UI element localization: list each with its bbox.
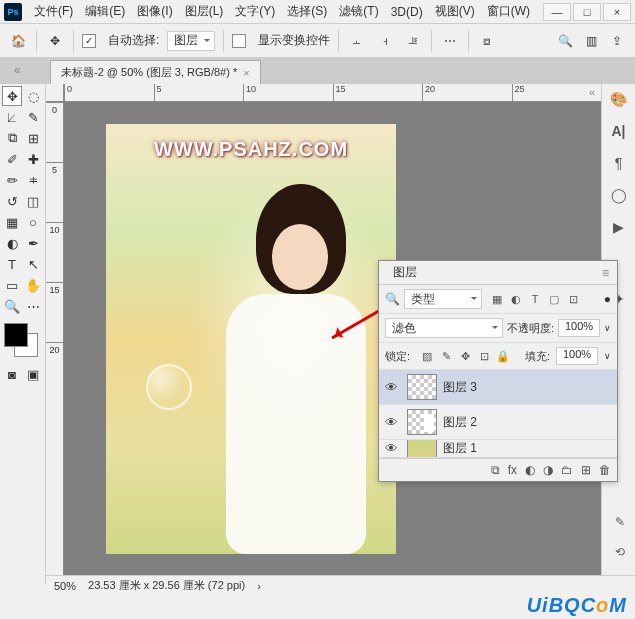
edit-toolbar[interactable]: ⋯ (23, 296, 43, 316)
close-tab-icon[interactable]: × (243, 67, 249, 79)
character-panel-icon[interactable]: A| (608, 120, 630, 142)
expand-panels-icon[interactable]: « (589, 86, 595, 98)
screen-mode-icon[interactable]: ▣ (23, 364, 43, 384)
filter-pixel-icon[interactable]: ▦ (490, 292, 504, 306)
new-group-icon[interactable]: 🗀 (561, 463, 573, 477)
layer-name-label[interactable]: 图层 2 (443, 414, 477, 431)
distribute-icon[interactable]: ⋯ (440, 31, 460, 51)
window-close-button[interactable]: × (603, 3, 631, 21)
lock-position-icon[interactable]: ✥ (458, 349, 472, 363)
crop-tool[interactable]: ⧉ (2, 128, 22, 148)
show-transform-checkbox[interactable] (232, 34, 246, 48)
delete-layer-icon[interactable]: 🗑 (599, 463, 611, 477)
menu-edit[interactable]: 编辑(E) (79, 1, 131, 22)
visibility-icon[interactable]: 👁 (385, 441, 401, 456)
layer-mask-icon[interactable]: ◐ (525, 463, 535, 477)
zoom-tool[interactable]: 🔍 (2, 296, 22, 316)
align-vcenter-icon[interactable]: ⫞ (375, 31, 395, 51)
filter-shape-icon[interactable]: ▢ (547, 292, 561, 306)
horizontal-ruler[interactable]: 0 5 10 15 20 25 (64, 84, 601, 102)
lock-artboard-icon[interactable]: ⊡ (477, 349, 491, 363)
layer-item[interactable]: 👁 图层 3 (379, 370, 617, 405)
menu-type[interactable]: 文字(Y) (229, 1, 281, 22)
align-top-icon[interactable]: ⫠ (347, 31, 367, 51)
color-swatches[interactable] (2, 323, 42, 363)
filter-search-icon[interactable]: 🔍 (385, 292, 400, 306)
lock-all-icon[interactable]: 🔒 (496, 349, 510, 363)
layer-name-label[interactable]: 图层 1 (443, 440, 477, 457)
foreground-color-swatch[interactable] (4, 323, 28, 347)
menu-view[interactable]: 视图(V) (429, 1, 481, 22)
window-minimize-button[interactable]: — (543, 3, 571, 21)
new-layer-icon[interactable]: ⊞ (581, 463, 591, 477)
shape-tool[interactable]: ▭ (2, 275, 22, 295)
menu-image[interactable]: 图像(I) (131, 1, 178, 22)
filter-type-icon[interactable]: T (528, 292, 542, 306)
menu-layer[interactable]: 图层(L) (179, 1, 230, 22)
quick-mask-icon[interactable]: ◙ (2, 364, 22, 384)
frame-tool[interactable]: ⊞ (23, 128, 43, 148)
auto-select-target-dropdown[interactable]: 图层 (167, 31, 215, 51)
pen-tool[interactable]: ✒ (23, 233, 43, 253)
type-tool[interactable]: T (2, 254, 22, 274)
visibility-icon[interactable]: 👁 (385, 415, 401, 430)
paragraph-panel-icon[interactable]: ¶ (608, 152, 630, 174)
color-panel-icon[interactable]: 🎨 (608, 88, 630, 110)
hand-tool[interactable]: ✋ (23, 275, 43, 295)
blend-mode-dropdown[interactable]: 滤色 (385, 318, 503, 338)
healing-tool[interactable]: ✚ (23, 149, 43, 169)
filter-smart-icon[interactable]: ⊡ (566, 292, 580, 306)
layer-item[interactable]: 👁 图层 2 (379, 405, 617, 440)
history-panel-icon[interactable]: ⟲ (609, 541, 631, 563)
brush-tool[interactable]: ✏ (2, 170, 22, 190)
lock-transparency-icon[interactable]: ▨ (420, 349, 434, 363)
tab-scroll-chevrons[interactable]: « (14, 63, 21, 77)
move-tool-icon[interactable]: ✥ (45, 31, 65, 51)
auto-select-checkbox[interactable] (82, 34, 96, 48)
move-tool[interactable]: ✥ (2, 86, 22, 106)
layer-fx-icon[interactable]: fx (508, 463, 517, 477)
marquee-tool[interactable]: ◌ (23, 86, 43, 106)
canvas-document[interactable]: WWW.PSAHZ.COM (106, 124, 396, 554)
eraser-tool[interactable]: ◫ (23, 191, 43, 211)
brush-settings-icon[interactable]: ✎ (609, 511, 631, 533)
layers-panel-tab[interactable]: 图层 (387, 260, 423, 285)
menu-window[interactable]: 窗口(W) (481, 1, 536, 22)
fill-input[interactable]: 100% (556, 347, 598, 365)
eyedropper-tool[interactable]: ✐ (2, 149, 22, 169)
filter-toggle-icon[interactable]: ● (604, 292, 611, 306)
lock-pixels-icon[interactable]: ✎ (439, 349, 453, 363)
quick-select-tool[interactable]: ✎ (23, 107, 43, 127)
align-bottom-icon[interactable]: ⫡ (403, 31, 423, 51)
workspace-icon[interactable]: ▥ (581, 31, 601, 51)
home-icon[interactable]: 🏠 (8, 31, 28, 51)
menu-file[interactable]: 文件(F) (28, 1, 79, 22)
document-info[interactable]: 23.53 厘米 x 29.56 厘米 (72 ppi) (88, 578, 245, 593)
share-icon[interactable]: ⇪ (607, 31, 627, 51)
opacity-chevron-icon[interactable]: ∨ (604, 323, 611, 333)
menu-3d[interactable]: 3D(D) (385, 3, 429, 21)
layer-thumbnail[interactable] (407, 374, 437, 400)
layer-filter-dropdown[interactable]: 类型 (404, 289, 482, 309)
layer-thumbnail[interactable] (407, 440, 437, 458)
visibility-icon[interactable]: 👁 (385, 380, 401, 395)
new-fill-layer-icon[interactable]: ◑ (543, 463, 553, 477)
opacity-input[interactable]: 100% (558, 319, 600, 337)
layer-item[interactable]: 👁 图层 1 (379, 440, 617, 458)
menu-filter[interactable]: 滤镜(T) (333, 1, 384, 22)
window-maximize-button[interactable]: □ (573, 3, 601, 21)
3d-mode-icon[interactable]: ⧈ (477, 31, 497, 51)
fill-chevron-icon[interactable]: ∨ (604, 351, 611, 361)
filter-adjust-icon[interactable]: ◐ (509, 292, 523, 306)
vertical-ruler[interactable]: 0 5 10 15 20 (46, 102, 64, 584)
link-layers-icon[interactable]: ⧉ (491, 463, 500, 477)
blur-tool[interactable]: ○ (23, 212, 43, 232)
info-chevron-icon[interactable]: › (257, 580, 261, 592)
layer-name-label[interactable]: 图层 3 (443, 379, 477, 396)
search-icon[interactable]: 🔍 (555, 31, 575, 51)
history-brush-tool[interactable]: ↺ (2, 191, 22, 211)
stamp-tool[interactable]: ⧧ (23, 170, 43, 190)
gradient-tool[interactable]: ▦ (2, 212, 22, 232)
panel-menu-icon[interactable]: ≡ (602, 266, 609, 280)
zoom-level[interactable]: 50% (54, 580, 76, 592)
